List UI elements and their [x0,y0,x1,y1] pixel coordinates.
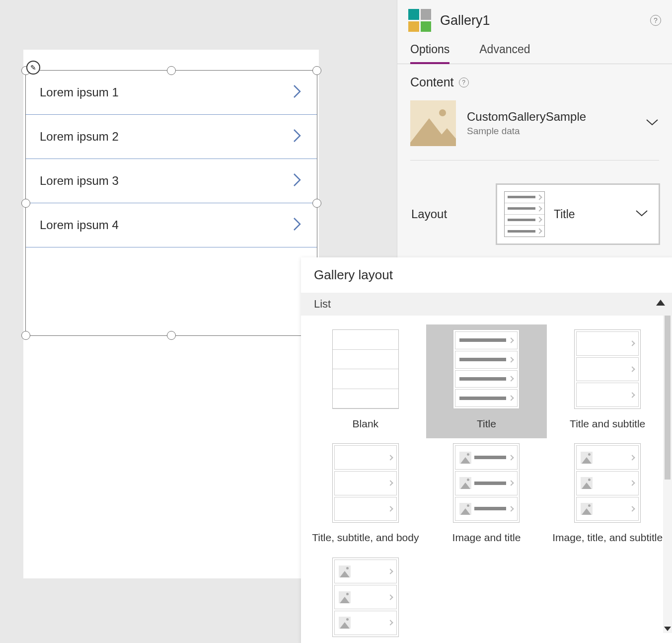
edit-template-icon[interactable]: ✎ [26,61,40,75]
layout-label: Layout [411,207,496,221]
chevron-down-icon [635,209,649,220]
chevron-down-icon[interactable] [645,118,659,129]
layout-thumb-icon [504,191,545,237]
layout-option-title-subtitle[interactable]: Title and subtitle [547,324,668,438]
layout-option-extra[interactable] [305,553,426,643]
resize-handle[interactable] [312,66,321,75]
chevron-right-icon [292,128,303,146]
gallery-row[interactable]: Lorem ipsum 3 [26,159,317,203]
layout-selected-name: Title [554,208,626,221]
popup-title: Gallery layout [301,257,672,293]
layout-option-blank[interactable]: Blank [305,324,426,438]
layout-dropdown[interactable]: Title [496,183,660,245]
datasource-selector[interactable]: CustomGallerySample Sample data [410,100,659,161]
layout-option-title-subtitle-body[interactable]: Title, subtitle, and body [305,438,426,552]
layout-option-title[interactable]: Title [426,324,547,438]
vertical-scrollbar[interactable] [663,316,672,633]
layout-option-image-title[interactable]: Image and title [426,438,547,552]
datasource-name: CustomGallerySample [467,110,634,124]
image-icon [410,100,456,146]
layout-option-label: Title, subtitle, and body [312,531,419,544]
chevron-up-icon [656,300,665,306]
chevron-right-icon [292,216,303,234]
resize-handle[interactable] [312,199,321,208]
layout-option-label: Title [477,417,496,430]
gallery-item-title: Lorem ipsum 1 [40,85,119,99]
gallery-icon [408,9,431,32]
resize-handle[interactable] [21,199,30,208]
panel-tabs: Options Advanced [397,32,672,64]
layout-option-label: Blank [353,417,379,430]
content-heading: Content ? [410,75,659,89]
gallery-row[interactable]: Lorem ipsum 2 [26,115,317,159]
datasource-subtitle: Sample data [467,126,634,137]
layout-options-grid: Blank Title Title and subtitle [301,316,672,643]
layout-popup: Gallery layout List Blank Title [301,257,672,643]
help-icon[interactable]: ? [459,78,469,87]
content-heading-text: Content [410,75,454,89]
layout-option-image-title-subtitle[interactable]: Image, title, and subtitle [547,438,668,552]
chevron-right-icon [292,83,303,101]
layout-option-label: Image and title [452,531,521,544]
resize-handle[interactable] [167,66,176,75]
help-icon[interactable]: ? [650,15,661,26]
layout-option-label: Title and subtitle [570,417,645,430]
panel-title: Gallery1 [440,13,641,28]
chevron-right-icon [292,172,303,190]
canvas-area: Lorem ipsum 1 Lorem ipsum 2 Lorem ipsum … [23,50,319,578]
gallery-item-title: Lorem ipsum 3 [40,174,119,188]
gallery-item-title: Lorem ipsum 4 [40,218,119,232]
gallery-item-title: Lorem ipsum 2 [40,130,119,144]
tab-options[interactable]: Options [410,43,449,64]
gallery-row[interactable]: Lorem ipsum 4 [26,203,317,247]
gallery-row[interactable]: Lorem ipsum 1 [26,71,317,115]
layout-option-label: Image, title, and subtitle [552,531,663,544]
scroll-down-icon[interactable] [663,624,672,633]
gallery-control[interactable]: Lorem ipsum 1 Lorem ipsum 2 Lorem ipsum … [25,70,317,336]
scrollbar-thumb[interactable] [665,316,671,480]
resize-handle[interactable] [167,331,176,340]
tab-advanced[interactable]: Advanced [479,43,530,64]
resize-handle[interactable] [21,331,30,340]
popup-group-label: List [314,298,331,310]
popup-group-header[interactable]: List [301,293,672,316]
